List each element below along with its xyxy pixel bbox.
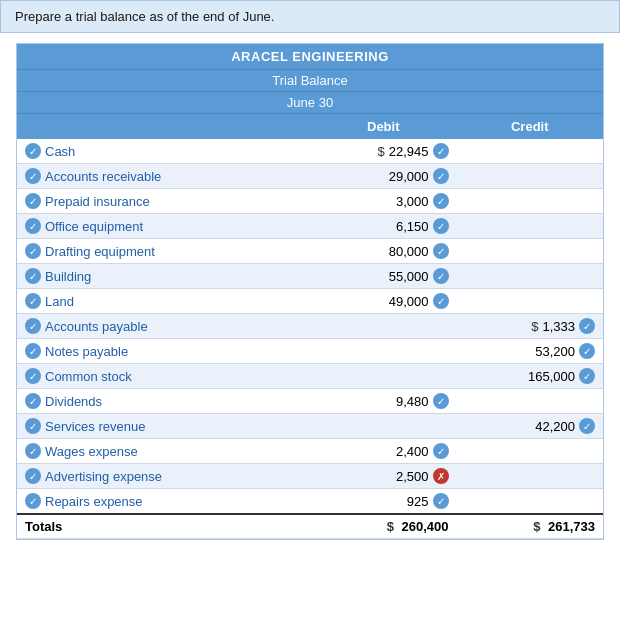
debit-cell [310,314,457,339]
account-cell: ✓Dividends [17,389,310,414]
credit-cell [457,139,604,164]
account-cell: ✓Repairs expense [17,489,310,515]
debit-cell: 6,150✓ [310,214,457,239]
debit-check-icon[interactable]: ✓ [433,143,449,159]
account-name: Notes payable [45,344,128,359]
company-name: ARACEL ENGINEERING [17,44,603,69]
row-check-icon[interactable]: ✓ [25,218,41,234]
debit-amount: 3,000 [396,194,429,209]
credit-check-icon[interactable]: ✓ [579,318,595,334]
credit-check-icon[interactable]: ✓ [579,368,595,384]
row-check-icon[interactable]: ✓ [25,368,41,384]
dollar-sign: $ [387,519,398,534]
credit-cell [457,464,604,489]
debit-amount: 80,000 [389,244,429,259]
credit-cell [457,439,604,464]
totals-debit: $ 260,400 [310,514,457,539]
trial-balance-table: Debit Credit ✓Cash$22,945✓✓Accounts rece… [17,113,603,539]
debit-amount: 6,150 [396,219,429,234]
debit-error-icon[interactable]: ✗ [433,468,449,484]
debit-check-icon[interactable]: ✓ [433,218,449,234]
account-cell: ✓Building [17,264,310,289]
table-row: ✓Cash$22,945✓ [17,139,603,164]
credit-cell: 53,200✓ [457,339,604,364]
credit-cell [457,264,604,289]
table-row: ✓Services revenue42,200✓ [17,414,603,439]
debit-cell: 80,000✓ [310,239,457,264]
credit-cell: 42,200✓ [457,414,604,439]
credit-cell [457,389,604,414]
report-date: June 30 [17,91,603,113]
debit-cell: 9,480✓ [310,389,457,414]
row-check-icon[interactable]: ✓ [25,443,41,459]
debit-cell: 55,000✓ [310,264,457,289]
credit-check-icon[interactable]: ✓ [579,418,595,434]
credit-cell [457,289,604,314]
row-check-icon[interactable]: ✓ [25,268,41,284]
instruction-text: Prepare a trial balance as of the end of… [15,9,274,24]
debit-cell: 2,400✓ [310,439,457,464]
row-check-icon[interactable]: ✓ [25,193,41,209]
credit-cell: 165,000✓ [457,364,604,389]
row-check-icon[interactable]: ✓ [25,493,41,509]
debit-check-icon[interactable]: ✓ [433,168,449,184]
credit-cell [457,214,604,239]
debit-check-icon[interactable]: ✓ [433,268,449,284]
table-row: ✓Repairs expense925✓ [17,489,603,515]
account-cell: ✓Drafting equipment [17,239,310,264]
row-check-icon[interactable]: ✓ [25,318,41,334]
credit-cell [457,489,604,515]
credit-cell [457,239,604,264]
credit-check-icon[interactable]: ✓ [579,343,595,359]
debit-amount: 55,000 [389,269,429,284]
row-check-icon[interactable]: ✓ [25,393,41,409]
row-check-icon[interactable]: ✓ [25,468,41,484]
account-cell: ✓Services revenue [17,414,310,439]
totals-debit-amount: 260,400 [402,519,449,534]
debit-check-icon[interactable]: ✓ [433,393,449,409]
debit-cell: 29,000✓ [310,164,457,189]
debit-check-icon[interactable]: ✓ [433,293,449,309]
table-row: ✓Wages expense2,400✓ [17,439,603,464]
debit-check-icon[interactable]: ✓ [433,193,449,209]
debit-cell: 3,000✓ [310,189,457,214]
debit-amount: 29,000 [389,169,429,184]
account-cell: ✓Office equipment [17,214,310,239]
row-check-icon[interactable]: ✓ [25,293,41,309]
row-check-icon[interactable]: ✓ [25,343,41,359]
table-row: ✓Notes payable53,200✓ [17,339,603,364]
table-row: ✓Accounts receivable29,000✓ [17,164,603,189]
table-row: ✓Office equipment6,150✓ [17,214,603,239]
table-row: ✓Drafting equipment80,000✓ [17,239,603,264]
row-check-icon[interactable]: ✓ [25,243,41,259]
account-cell: ✓Land [17,289,310,314]
row-check-icon[interactable]: ✓ [25,143,41,159]
debit-check-icon[interactable]: ✓ [433,493,449,509]
debit-amount: 49,000 [389,294,429,309]
credit-amount: 53,200 [535,344,575,359]
debit-amount: 22,945 [389,144,429,159]
table-row: ✓Common stock165,000✓ [17,364,603,389]
credit-cell [457,164,604,189]
debit-cell [310,364,457,389]
table-row: ✓Accounts payable$1,333✓ [17,314,603,339]
table-row: ✓Prepaid insurance3,000✓ [17,189,603,214]
credit-amount: 165,000 [528,369,575,384]
debit-amount: 2,400 [396,444,429,459]
debit-check-icon[interactable]: ✓ [433,443,449,459]
account-name: Accounts payable [45,319,148,334]
debit-cell: 925✓ [310,489,457,515]
credit-cell [457,189,604,214]
account-name: Drafting equipment [45,244,155,259]
debit-cell: 2,500✗ [310,464,457,489]
account-cell: ✓Cash [17,139,310,164]
instruction-bar: Prepare a trial balance as of the end of… [0,0,620,33]
debit-check-icon[interactable]: ✓ [433,243,449,259]
account-name: Services revenue [45,419,145,434]
account-name: Common stock [45,369,132,384]
row-check-icon[interactable]: ✓ [25,418,41,434]
totals-row: Totals$ 260,400$ 261,733 [17,514,603,539]
row-check-icon[interactable]: ✓ [25,168,41,184]
debit-cell: 49,000✓ [310,289,457,314]
account-name: Cash [45,144,75,159]
